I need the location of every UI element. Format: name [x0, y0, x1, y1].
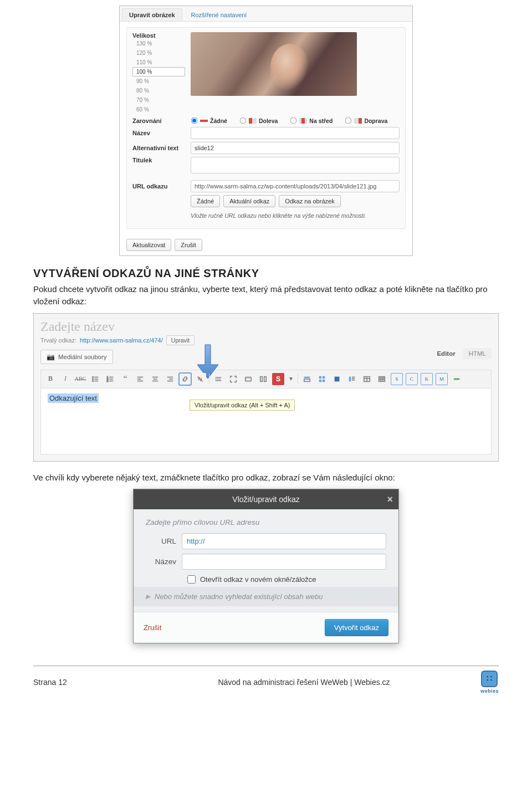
svg-text:3: 3: [107, 380, 109, 382]
dropdown-icon[interactable]: ▾: [287, 373, 295, 385]
section-paragraph-2: Ve chvíli kdy vyberete nějaký text, zmáč…: [33, 472, 499, 484]
bold-icon[interactable]: B: [44, 373, 57, 385]
permalink-url[interactable]: http://www.sarm-salma.cz/474/: [80, 337, 163, 344]
close-icon[interactable]: ×: [387, 494, 393, 505]
size-option[interactable]: 90 %: [132, 76, 185, 86]
size-option-selected[interactable]: 100 %: [132, 67, 185, 76]
svg-rect-31: [304, 376, 310, 378]
shortcode-icon[interactable]: S: [272, 373, 284, 385]
brand-name: webies: [480, 688, 499, 694]
bullet-list-icon[interactable]: [89, 373, 101, 385]
footer-title: Návod na administraci řešení WeWeb | Web…: [127, 678, 480, 687]
align-right-label: Doprava: [364, 117, 387, 124]
post-title-input[interactable]: Zadejte název: [40, 318, 492, 333]
tab-visual[interactable]: Editor: [431, 348, 461, 359]
size-option[interactable]: 80 %: [132, 86, 185, 95]
size-option[interactable]: 120 %: [132, 48, 185, 58]
unlink-icon[interactable]: [194, 373, 206, 385]
align-right-icon[interactable]: [164, 373, 176, 385]
more-icon[interactable]: [212, 373, 224, 385]
align-left[interactable]: Doleva: [239, 117, 278, 124]
media-files-button[interactable]: Mediální soubory: [40, 350, 113, 364]
alt-label: Alternativní text: [132, 145, 185, 151]
align-right[interactable]: Doprava: [345, 117, 387, 124]
dialog-title: Vložit/upravit odkaz: [232, 495, 299, 504]
svg-rect-36: [323, 379, 325, 381]
url-field-label: URL: [146, 537, 176, 545]
layout-4-icon[interactable]: [346, 373, 358, 385]
insert-link-icon[interactable]: [179, 373, 191, 385]
editor-canvas[interactable]: Vložit/upravit odkaz (Alt + Shift + A) O…: [40, 388, 492, 454]
box-s-icon[interactable]: S: [391, 373, 403, 385]
section-heading: VYTVÁŘENÍ ODKAZŮ NA JINÉ STRÁNKY: [33, 267, 499, 280]
expand-icon[interactable]: ▶: [146, 593, 150, 600]
strikethrough-icon[interactable]: ABC: [74, 373, 86, 385]
editor-screenshot: Zadejte název Trvalý odkaz: http://www.s…: [33, 313, 499, 462]
align-none[interactable]: Žádné: [191, 117, 227, 124]
align-center-label: Na střed: [309, 117, 332, 124]
new-window-checkbox[interactable]: Otevřít odkaz v novém okně/záložce: [187, 575, 386, 584]
svg-point-4: [93, 380, 94, 381]
svg-point-0: [93, 376, 94, 377]
layout-3-icon[interactable]: [331, 373, 343, 385]
hr-icon[interactable]: [451, 373, 463, 385]
layout-2-icon[interactable]: [316, 373, 328, 385]
name-field-label: Název: [146, 558, 176, 566]
numbered-list-icon[interactable]: 123: [104, 373, 116, 385]
keyboard-icon[interactable]: [242, 373, 254, 385]
image-edit-dialog: Upravit obrázek Rozšířené nastavení Veli…: [119, 6, 413, 256]
caption-input[interactable]: [191, 157, 400, 173]
name-input[interactable]: [191, 127, 400, 139]
image-preview: [191, 32, 357, 96]
blockquote-icon[interactable]: “: [119, 373, 131, 385]
cancel-link[interactable]: Zrušit: [144, 623, 162, 632]
permalink-label: Trvalý odkaz:: [40, 337, 76, 344]
align-center-icon[interactable]: [149, 373, 161, 385]
camera-icon: [47, 353, 55, 361]
url-input[interactable]: [191, 180, 400, 192]
url-current-button[interactable]: Aktuální odkaz: [223, 195, 275, 207]
columns-icon[interactable]: [257, 373, 269, 385]
selected-text: Odkazující text: [48, 393, 99, 403]
alt-input[interactable]: [191, 142, 400, 154]
cancel-button[interactable]: Zrušit: [175, 239, 202, 251]
url-image-button[interactable]: Odkaz na obrázek: [279, 195, 340, 207]
permalink-edit-button[interactable]: Upravit: [166, 335, 195, 345]
brand-logo: webies: [480, 671, 499, 694]
search-existing-hint[interactable]: Nebo můžete snadno vyhledat existující o…: [155, 592, 323, 601]
tab-html[interactable]: HTML: [463, 348, 492, 359]
size-option[interactable]: 110 %: [132, 58, 185, 67]
fullscreen-icon[interactable]: [227, 373, 239, 385]
url-label: URL odkazu: [132, 183, 185, 190]
table-1-icon[interactable]: [361, 373, 373, 385]
size-option[interactable]: 60 %: [132, 105, 185, 114]
create-link-button[interactable]: Vytvořit odkaz: [325, 619, 388, 636]
name-field[interactable]: [182, 554, 386, 570]
new-window-label: Otevřít odkaz v novém okně/záložce: [200, 575, 316, 584]
url-field[interactable]: [182, 533, 386, 549]
url-hint: Vložte ručně URL odkazu nebo klikněte na…: [191, 212, 366, 219]
box-m-icon[interactable]: M: [436, 373, 448, 385]
url-none-button[interactable]: Žádné: [191, 195, 220, 207]
align-left-icon[interactable]: [134, 373, 146, 385]
svg-rect-37: [335, 376, 340, 381]
page-number: Strana 12: [33, 678, 127, 687]
svg-rect-29: [260, 376, 263, 381]
box-k-icon[interactable]: K: [421, 373, 433, 385]
svg-point-2: [93, 379, 94, 380]
layout-1-icon[interactable]: [301, 373, 313, 385]
align-center[interactable]: Na střed: [290, 117, 332, 124]
tab-advanced-settings[interactable]: Rozšířené nastavení: [184, 8, 254, 21]
table-2-icon[interactable]: [376, 373, 388, 385]
italic-icon[interactable]: I: [59, 373, 71, 385]
box-c-icon[interactable]: C: [406, 373, 418, 385]
name-label: Název: [132, 130, 185, 136]
size-option[interactable]: 70 %: [132, 95, 185, 105]
logo-icon: [481, 671, 498, 687]
size-option[interactable]: 130 %: [132, 39, 185, 48]
dialog-instruction: Zadejte přímo cílovou URL adresu: [146, 518, 386, 526]
tab-edit-image[interactable]: Upravit obrázek: [122, 8, 182, 21]
svg-rect-30: [264, 376, 267, 381]
svg-rect-32: [304, 379, 310, 381]
save-button[interactable]: Aktualizovat: [126, 239, 171, 251]
